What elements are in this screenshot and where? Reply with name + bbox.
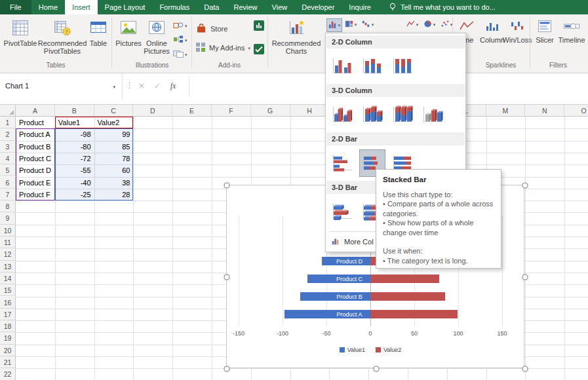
store-button[interactable]: Store [195, 22, 227, 35]
row-header-22[interactable]: 22 [0, 368, 16, 380]
cell-B5[interactable]: -55 [55, 164, 94, 176]
cancel-button[interactable]: ✕ [135, 81, 148, 90]
row-header-10[interactable]: 10 [0, 225, 16, 237]
row-header-9[interactable]: 9 [0, 212, 16, 224]
row-header-7[interactable]: 7 [0, 189, 16, 200]
column-header-B[interactable]: B [55, 105, 94, 117]
cell-B7[interactable]: -25 [55, 189, 94, 200]
row-header-12[interactable]: 12 [0, 248, 16, 260]
gallery-icon-stacked-100-column-3d[interactable] [389, 101, 416, 128]
selection-handle[interactable] [224, 366, 230, 372]
name-box-caret-icon[interactable]: ▾ [113, 85, 115, 89]
column-header-F[interactable]: F [212, 105, 251, 117]
tab-data[interactable]: Data [197, 0, 226, 14]
bar-value2-product-a[interactable] [370, 310, 458, 318]
bar-value2-product-c[interactable] [370, 275, 439, 283]
column-header-N[interactable]: N [525, 105, 564, 117]
recommended-charts-button[interactable]: Recommended Charts [270, 17, 323, 60]
column-header-O[interactable]: O [564, 105, 588, 117]
slicer-button[interactable]: Slicer [532, 20, 557, 44]
tab-home[interactable]: Home [31, 0, 65, 14]
row-header-21[interactable]: 21 [0, 356, 16, 368]
row-header-11[interactable]: 11 [0, 237, 16, 248]
cell-A4[interactable]: Product C [16, 153, 55, 164]
column-header-G[interactable]: G [251, 105, 290, 117]
cell-A6[interactable]: Product E [16, 177, 55, 189]
row-header-4[interactable]: 4 [0, 153, 16, 164]
gallery-icon-clustered-bar-3d[interactable] [329, 198, 355, 225]
cell-C5[interactable]: 60 [94, 164, 134, 176]
insert-pie-chart-button[interactable]: ▾ [422, 18, 437, 31]
selection-handle[interactable] [522, 183, 528, 189]
selection-handle[interactable] [373, 366, 379, 372]
cell-C4[interactable]: 78 [94, 153, 134, 164]
screenshot-button[interactable]: ▾ [173, 48, 187, 60]
sparkline-winloss-button[interactable]: Win/Loss [505, 20, 530, 44]
insert-scatter-chart-button[interactable]: ▾ [439, 18, 454, 31]
row-header-8[interactable]: 8 [0, 200, 16, 212]
pictures-button[interactable]: Pictures [115, 17, 142, 60]
cell-A1[interactable]: Product [16, 117, 55, 128]
cell-A5[interactable]: Product D [16, 164, 55, 176]
gallery-icon-clustered-column-3d[interactable] [329, 101, 355, 128]
column-header-D[interactable]: D [133, 105, 172, 117]
column-header-H[interactable]: H [290, 105, 330, 117]
selection-handle[interactable] [224, 183, 230, 189]
tab-formulas[interactable]: Formulas [152, 0, 197, 14]
insert-column-bar-chart-button[interactable]: ▾ [326, 18, 342, 32]
cell-C3[interactable]: 85 [94, 141, 134, 153]
addin-app-button-2[interactable] [253, 43, 265, 58]
selection-handle[interactable] [224, 275, 230, 280]
gallery-icon-stacked-column-3d[interactable] [359, 101, 385, 128]
row-header-2[interactable]: 2 [0, 128, 16, 140]
tab-view[interactable]: View [265, 0, 295, 14]
row-header-14[interactable]: 14 [0, 273, 16, 284]
cell-C7[interactable]: 28 [94, 189, 134, 200]
row-header-17[interactable]: 17 [0, 309, 16, 320]
tell-me-search[interactable]: Tell me what you want to do... [389, 0, 496, 14]
legend-item[interactable]: Value1 [340, 347, 365, 353]
cell-C1[interactable]: Value2 [94, 117, 134, 128]
row-header-13[interactable]: 13 [0, 261, 16, 273]
table-button[interactable]: Table [87, 17, 110, 60]
insert-function-button[interactable]: fx [167, 81, 180, 91]
row-header-18[interactable]: 18 [0, 320, 16, 332]
column-header-A[interactable]: A [16, 105, 55, 117]
legend-item[interactable]: Value2 [376, 347, 401, 353]
row-header-1[interactable]: 1 [0, 117, 16, 128]
shapes-button[interactable]: ▾ [173, 20, 187, 31]
gallery-icon-stacked-100-column[interactable] [389, 52, 416, 80]
smartart-button[interactable]: ▾ [173, 34, 187, 46]
cell-B4[interactable]: -72 [55, 153, 94, 164]
tab-developer[interactable]: Developer [294, 0, 342, 14]
bar-value2-product-b[interactable] [370, 292, 445, 301]
row-header-6[interactable]: 6 [0, 177, 16, 189]
column-header-E[interactable]: E [172, 105, 212, 117]
cell-A3[interactable]: Product B [16, 141, 55, 153]
selection-handle[interactable] [522, 275, 528, 280]
insert-line-chart-button[interactable]: ▾ [405, 18, 420, 31]
gallery-icon-column-3d[interactable] [420, 101, 446, 128]
cell-C2[interactable]: 99 [94, 128, 134, 140]
gallery-icon-clustered-column[interactable] [329, 52, 355, 80]
cell-A7[interactable]: Product F [16, 189, 55, 200]
cell-C6[interactable]: 38 [94, 177, 134, 189]
tab-inquire[interactable]: Inquire [342, 0, 378, 14]
cell-B6[interactable]: -40 [55, 177, 94, 189]
row-header-20[interactable]: 20 [0, 345, 16, 356]
row-header-19[interactable]: 19 [0, 332, 16, 344]
gallery-icon-stacked-column[interactable] [359, 52, 385, 80]
column-header-C[interactable]: C [94, 105, 134, 117]
enter-button[interactable]: ✓ [151, 81, 164, 90]
tab-review[interactable]: Review [226, 0, 264, 14]
tab-insert[interactable]: Insert [65, 0, 98, 14]
cell-A2[interactable]: Product A [16, 128, 55, 140]
cell-B2[interactable]: -98 [55, 128, 94, 140]
sparkline-column-button[interactable]: Column [480, 20, 505, 44]
select-all-corner[interactable] [0, 105, 16, 117]
my-addins-button[interactable]: My Add-ins ▾ [195, 42, 250, 54]
online-pictures-button[interactable]: Online Pictures [142, 17, 172, 60]
tab-file[interactable]: File [0, 0, 31, 14]
selection-handle[interactable] [522, 366, 528, 372]
row-header-3[interactable]: 3 [0, 141, 16, 153]
